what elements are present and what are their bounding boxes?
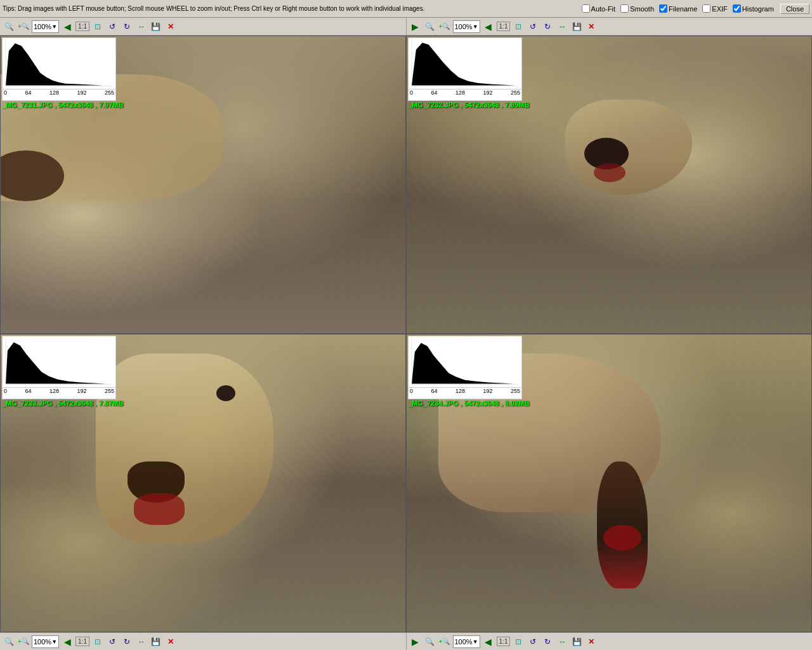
- rotate-right-1[interactable]: ↻: [121, 20, 133, 33]
- rotate-left-4[interactable]: ↺: [527, 635, 539, 648]
- fit-btn-1[interactable]: ⊡: [91, 20, 104, 33]
- image-info-2: _MG_7232.JPG , 5472x3648 , 7.89MB: [408, 101, 529, 109]
- rotate-right-3[interactable]: ↻: [121, 635, 133, 648]
- zoom-in-btn-3[interactable]: +🔍: [17, 635, 30, 648]
- nav-back-btn-2[interactable]: ◀: [482, 20, 495, 33]
- close-button[interactable]: Close: [780, 4, 809, 14]
- zoom-out-btn-4[interactable]: 🔍: [424, 635, 436, 648]
- filename-checkbox[interactable]: [659, 4, 667, 13]
- auto-fit-option[interactable]: Auto-Fit: [582, 4, 616, 13]
- panel3-bottom-toolbar: 🔍 +🔍 100% ▼ ◀ 1:1 ⊡ ↺ ↻ ↔ 💾 ✕: [0, 633, 407, 650]
- exif-checkbox[interactable]: [702, 4, 710, 13]
- rotate-left-3[interactable]: ↺: [106, 635, 119, 648]
- zoom-value-1: 100%: [34, 23, 51, 30]
- histogram-4: 0 64 128 192 255: [408, 336, 522, 399]
- histogram-svg-1: [3, 38, 115, 88]
- image-grid: 0 64 128 192 255 _MG_7231.JPG , 5472x364…: [0, 36, 812, 632]
- smooth-checkbox[interactable]: [620, 4, 629, 13]
- blood-2: [594, 163, 625, 182]
- nav-back-btn-3[interactable]: ◀: [61, 635, 74, 648]
- rotate-left-2[interactable]: ↺: [527, 20, 539, 33]
- image-panel-4[interactable]: 0 64 128 192 255 _MG_7234.JPG , 5472x364…: [406, 334, 812, 632]
- flip-h-4[interactable]: ↔: [556, 635, 568, 648]
- histogram-svg-2: [409, 38, 521, 88]
- zoom-dropdown-1[interactable]: ▼: [51, 23, 57, 30]
- one-to-one-btn-4[interactable]: 1:1: [497, 637, 511, 646]
- tips-toolbar: Tips: Drag images with LEFT mouse button…: [0, 0, 812, 18]
- histogram-2: 0 64 128 192 255: [408, 37, 522, 101]
- flip-h-3[interactable]: ↔: [135, 635, 148, 648]
- panel4-bottom-toolbar: ▶ 🔍 +🔍 100% ▼ ◀ 1:1 ⊡ ↺ ↻ ↔ 💾 ✕: [407, 633, 813, 650]
- histogram-option[interactable]: Histogram: [733, 4, 774, 13]
- histogram-svg-4: [409, 336, 521, 386]
- zoom-value-3: 100%: [34, 638, 51, 646]
- rotate-right-2[interactable]: ↻: [541, 20, 554, 33]
- save-btn-1[interactable]: 💾: [150, 20, 162, 33]
- histogram-1: 0 64 128 192 255: [2, 37, 116, 101]
- panel1-toolbar: 🔍 +🔍 100% ▼ ◀ 1:1 ⊡ ↺ ↻ ↔ 💾 ✕: [0, 18, 407, 35]
- zoom-box-1[interactable]: 100% ▼: [32, 20, 59, 33]
- face-3: [96, 354, 273, 544]
- delete-btn-4[interactable]: ✕: [585, 635, 598, 648]
- histogram-labels-4: 0 64 128 192 255: [409, 387, 521, 394]
- histogram-labels-2: 0 64 128 192 255: [409, 89, 521, 96]
- delete-btn-1[interactable]: ✕: [164, 20, 177, 33]
- zoom-box-3[interactable]: 100% ▼: [32, 635, 59, 648]
- image-panel-2[interactable]: 0 64 128 192 255 _MG_7232.JPG , 5472x364…: [406, 36, 812, 334]
- zoom-out-btn-1[interactable]: 🔍: [3, 20, 15, 33]
- blood-3: [134, 493, 185, 525]
- one-to-one-btn-2[interactable]: 1:1: [497, 22, 511, 31]
- zoom-out-btn-3[interactable]: 🔍: [3, 635, 15, 648]
- auto-fit-checkbox[interactable]: [582, 4, 590, 13]
- image-info-1: _MG_7231.JPG , 5472x3648 , 7.97MB: [2, 101, 123, 109]
- zoom-out-btn-2[interactable]: 🔍: [424, 20, 436, 33]
- zoom-dropdown-2[interactable]: ▼: [473, 23, 478, 30]
- image-info-3: _MG_7233.JPG , 5472x3648 , 7.87MB: [2, 399, 123, 407]
- fit-btn-4[interactable]: ⊡: [512, 635, 525, 648]
- image-info-4: _MG_7234.JPG , 5472x3648 , 8.02MB: [408, 399, 529, 407]
- smooth-option[interactable]: Smooth: [620, 4, 654, 13]
- zoom-value-2: 100%: [455, 23, 473, 30]
- nav-back-btn-4[interactable]: ◀: [482, 635, 495, 648]
- zoom-box-4[interactable]: 100% ▼: [453, 635, 480, 648]
- zoom-dropdown-3[interactable]: ▼: [51, 639, 57, 645]
- histogram-checkbox[interactable]: [733, 4, 741, 13]
- nav-fwd-btn-4[interactable]: ▶: [409, 635, 422, 648]
- save-btn-3[interactable]: 💾: [150, 635, 162, 648]
- panel2-toolbar: ▶ 🔍 +🔍 100% ▼ ◀ 1:1 ⊡ ↺ ↻ ↔ 💾 ✕: [407, 18, 813, 35]
- one-to-one-btn-1[interactable]: 1:1: [75, 22, 89, 31]
- blood-4: [603, 525, 641, 550]
- flip-h-2[interactable]: ↔: [556, 20, 568, 33]
- histogram-labels-1: 0 64 128 192 255: [3, 89, 115, 96]
- fit-btn-2[interactable]: ⊡: [512, 20, 525, 33]
- zoom-value-4: 100%: [455, 638, 473, 646]
- nav-back-btn-1[interactable]: ◀: [61, 20, 74, 33]
- tips-text: Tips: Drag images with LEFT mouse button…: [3, 5, 578, 12]
- delete-btn-2[interactable]: ✕: [585, 20, 598, 33]
- rotate-left-1[interactable]: ↺: [106, 20, 119, 33]
- options-group: Auto-Fit Smooth Filename EXIF Histogram …: [582, 4, 809, 14]
- fit-btn-3[interactable]: ⊡: [91, 635, 104, 648]
- nav-fwd-btn-2[interactable]: ▶: [409, 20, 422, 33]
- filename-option[interactable]: Filename: [659, 4, 697, 13]
- eye-3: [216, 385, 235, 401]
- one-to-one-btn-3[interactable]: 1:1: [75, 637, 89, 646]
- zoom-box-2[interactable]: 100% ▼: [453, 20, 480, 33]
- rotate-right-4[interactable]: ↻: [541, 635, 554, 648]
- delete-btn-3[interactable]: ✕: [164, 635, 177, 648]
- histogram-3: 0 64 128 192 255: [2, 336, 116, 399]
- save-btn-2[interactable]: 💾: [570, 20, 583, 33]
- image-panel-1[interactable]: 0 64 128 192 255 _MG_7231.JPG , 5472x364…: [0, 36, 406, 334]
- flip-h-1[interactable]: ↔: [135, 20, 148, 33]
- histogram-svg-3: [3, 336, 115, 386]
- zoom-in-btn-1[interactable]: +🔍: [17, 20, 30, 33]
- save-btn-4[interactable]: 💾: [570, 635, 583, 648]
- zoom-dropdown-4[interactable]: ▼: [473, 639, 478, 645]
- image-panel-3[interactable]: 0 64 128 192 255 _MG_7233.JPG , 5472x364…: [0, 334, 406, 632]
- zoom-in-btn-4[interactable]: +🔍: [438, 635, 451, 648]
- exif-option[interactable]: EXIF: [702, 4, 727, 13]
- histogram-labels-3: 0 64 128 192 255: [3, 387, 115, 394]
- zoom-in-btn-2[interactable]: +🔍: [438, 20, 451, 33]
